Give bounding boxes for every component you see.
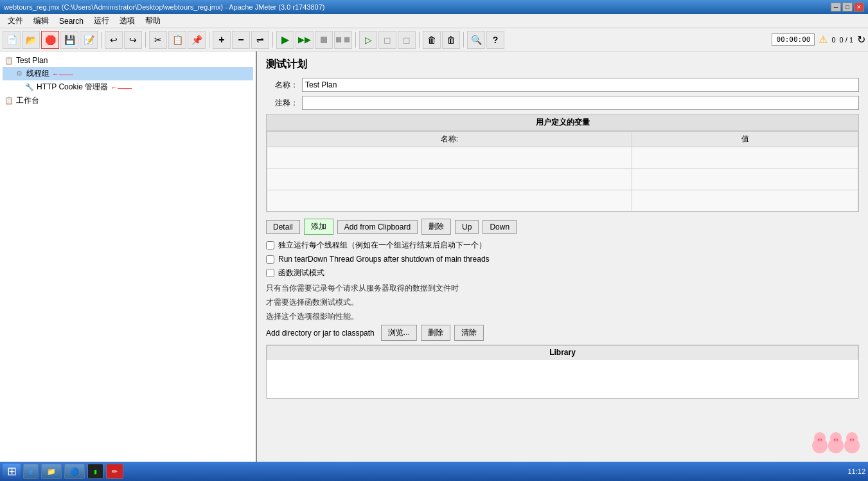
remote-run-button[interactable]: ▷ — [359, 31, 377, 49]
tree-item-test-plan[interactable]: 📋 Test Plan — [3, 54, 253, 67]
empty-cell-6 — [632, 190, 858, 211]
undo-button[interactable]: ↩ — [105, 31, 123, 49]
error-count: 0 — [831, 36, 835, 44]
taskbar-chrome[interactable]: 🔵 — [64, 464, 85, 479]
classpath-label: Add directory or jar to classpath — [266, 329, 375, 338]
browse-button[interactable]: 浏览... — [381, 325, 417, 341]
collapse-button[interactable]: − — [232, 31, 250, 49]
name-label: 名称： — [266, 80, 298, 91]
action-buttons-row: Detail 添加 Add from Clipboard 删除 Up Down — [266, 219, 859, 235]
comment-label: 注释： — [266, 98, 298, 109]
empty-cell-2 — [632, 147, 858, 168]
timer-display: 00:00:00 — [772, 33, 815, 46]
main-area: 📋 Test Plan ⚙ 线程组 ←—— 🔧 HTTP Cookie 管理器 … — [0, 51, 868, 462]
svg-point-20 — [853, 439, 854, 440]
up-button[interactable]: Up — [455, 220, 479, 234]
remote-stop-button[interactable]: ◻ — [378, 31, 396, 49]
paste-button[interactable]: 📌 — [188, 31, 206, 49]
svg-point-10 — [836, 434, 840, 438]
workbench-label: 工作台 — [16, 95, 39, 106]
independent-checkbox-row: 独立运行每个线程组（例如在一个组运行结束后启动下一个） — [266, 240, 859, 251]
add-from-clipboard-button[interactable]: Add from Clipboard — [337, 220, 418, 234]
funcmode-checkbox-row: 函数测试模式 — [266, 268, 859, 278]
tree-item-cookie-mgr[interactable]: 🔧 HTTP Cookie 管理器 ←—— — [3, 80, 253, 94]
svg-point-6 — [820, 439, 822, 440]
desc-text-3: 选择这个选项很影响性能。 — [266, 311, 859, 322]
refresh-button[interactable]: ↻ — [857, 33, 865, 46]
clear2-button[interactable]: 🗑 — [442, 31, 460, 49]
table-row — [267, 379, 858, 397]
maximize-button[interactable]: □ — [842, 3, 853, 12]
close-button[interactable]: ✕ — [854, 3, 864, 12]
taskbar-terminal[interactable]: ▮ — [87, 464, 103, 479]
table-row — [267, 168, 858, 190]
independent-label: 独立运行每个线程组（例如在一个组运行结束后启动下一个） — [278, 240, 486, 251]
cookie-mgr-label: HTTP Cookie 管理器 — [37, 82, 108, 93]
redo-button[interactable]: ↪ — [124, 31, 142, 49]
toolbar-separator-7 — [463, 32, 464, 48]
svg-point-16 — [848, 434, 852, 438]
teardown-checkbox[interactable] — [266, 255, 274, 264]
independent-checkbox[interactable] — [266, 241, 274, 250]
toggle-button[interactable]: ⇌ — [251, 31, 269, 49]
add-button[interactable]: 添加 — [304, 219, 333, 235]
col-name: 名称: — [267, 132, 632, 147]
tree-panel: 📋 Test Plan ⚙ 线程组 ←—— 🔧 HTTP Cookie 管理器 … — [0, 51, 257, 462]
taskbar-folder[interactable]: 📁 — [41, 464, 62, 479]
save-as-button[interactable]: 📝 — [80, 31, 98, 49]
save-button[interactable]: 💾 — [60, 31, 78, 49]
empty-cell-3 — [267, 168, 632, 190]
thread-group-label: 线程组 — [26, 68, 49, 79]
name-input[interactable] — [302, 78, 859, 92]
title-text: webtours_reg.jmx (C:\Users\Administrator… — [4, 3, 324, 11]
taskbar-ie[interactable]: e — [23, 464, 39, 479]
taskbar-time: 11:12 — [847, 467, 865, 476]
empty-cell-1 — [267, 147, 632, 168]
delete-classpath-button[interactable]: 删除 — [421, 325, 450, 341]
copy-button[interactable]: 📋 — [168, 31, 186, 49]
menu-options[interactable]: 选项 — [114, 14, 140, 28]
search-button[interactable]: 🔍 — [467, 31, 485, 49]
clear-classpath-button[interactable]: 清除 — [454, 325, 484, 341]
taskbar-pencil[interactable]: ✏ — [106, 464, 123, 479]
toolbar-separator-1 — [101, 32, 102, 48]
toolbar-separator-3 — [209, 32, 209, 48]
funcmode-checkbox[interactable] — [266, 269, 274, 277]
stop-all-button[interactable]: ⏹⏹ — [334, 31, 352, 49]
minimize-button[interactable]: ─ — [831, 3, 841, 12]
expand-button[interactable]: + — [213, 31, 231, 49]
clear-button[interactable]: 🗑 — [423, 31, 441, 49]
down-button[interactable]: Down — [483, 220, 517, 234]
svg-point-5 — [818, 439, 819, 440]
page-title: 测试计划 — [266, 58, 859, 71]
menu-run[interactable]: 运行 — [89, 14, 114, 28]
menu-help[interactable]: 帮助 — [140, 14, 166, 28]
error-button[interactable]: 🛑 — [41, 31, 59, 49]
run-all-button[interactable]: ▶▶ — [296, 31, 314, 49]
tree-item-workbench[interactable]: 📋 工作台 — [3, 94, 253, 107]
name-row: 名称： — [266, 78, 859, 92]
help-button[interactable]: ? — [486, 31, 504, 49]
menu-file[interactable]: 文件 — [3, 14, 28, 28]
cut-button[interactable]: ✂ — [149, 31, 167, 49]
menu-search[interactable]: Search — [54, 15, 89, 27]
remote-stop2-button[interactable]: ◻ — [398, 31, 416, 49]
run-button[interactable]: ▶ — [276, 31, 294, 49]
delete-variable-button[interactable]: 删除 — [421, 219, 451, 235]
new-button[interactable]: 📄 — [3, 31, 21, 49]
workbench-icon: 📋 — [4, 96, 14, 106]
desc-text-1: 只有当你需要记录每个请求从服务器取得的数据到文件时 — [266, 282, 859, 294]
stop-button[interactable]: ⏹ — [315, 31, 333, 49]
detail-button[interactable]: Detail — [266, 220, 300, 234]
lib-cell — [267, 359, 858, 379]
open-button[interactable]: 📂 — [22, 31, 40, 49]
test-plan-icon: 📋 — [4, 55, 14, 66]
start-button[interactable]: ⊞ — [3, 464, 21, 479]
library-table: Library — [267, 345, 858, 398]
menu-bar: 文件 编辑 Search 运行 选项 帮助 — [0, 14, 868, 28]
comment-input[interactable] — [302, 96, 859, 110]
tree-item-thread-group[interactable]: ⚙ 线程组 ←—— — [3, 67, 253, 80]
arrow-icon-1: ←—— — [52, 70, 73, 78]
table-row — [267, 190, 858, 211]
menu-edit[interactable]: 编辑 — [28, 14, 54, 28]
